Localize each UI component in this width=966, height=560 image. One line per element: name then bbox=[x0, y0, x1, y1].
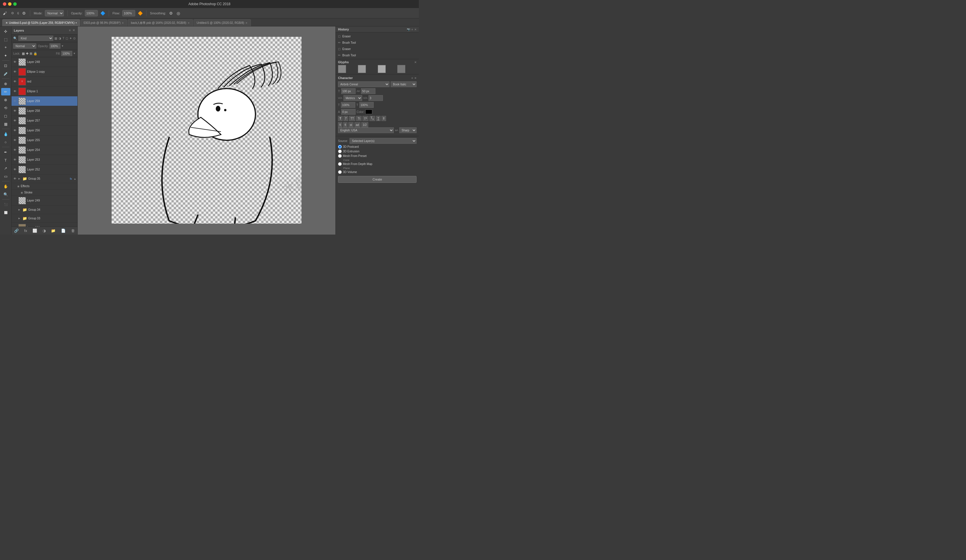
radio-mesh-depth-input[interactable] bbox=[338, 162, 342, 166]
font-family-select[interactable]: Airbnb Cereal bbox=[338, 81, 389, 87]
glyphs-close-icon[interactable]: ✕ bbox=[414, 61, 417, 64]
filter-smart-icon[interactable]: ✦ bbox=[69, 36, 72, 40]
kerning-input[interactable] bbox=[361, 88, 375, 94]
ordinals-btn[interactable]: ad bbox=[355, 122, 360, 127]
gradient-tool[interactable]: ▦ bbox=[1, 120, 10, 128]
filter-toggle[interactable]: ⊙ bbox=[73, 36, 76, 40]
canvas-area[interactable]: 水印 bbox=[78, 26, 335, 234]
history-item-brush1[interactable]: ✏ Brush Tool bbox=[336, 39, 419, 46]
layer-item-253[interactable]: 👁 Layer 253 bbox=[12, 155, 77, 165]
create-button[interactable]: Create bbox=[338, 176, 417, 183]
foreground-color[interactable]: ⬛ bbox=[1, 201, 10, 208]
radio-3d-postcard[interactable]: 3D Postcard bbox=[338, 145, 417, 149]
tab-back[interactable]: back入春季.psb @ 164% (2020.02, RGB/8) ✕ bbox=[128, 19, 193, 26]
font-size-input[interactable] bbox=[341, 88, 356, 94]
layer-vis-ellipse1copy[interactable]: 👁 bbox=[13, 70, 17, 74]
italic-btn[interactable]: T bbox=[343, 116, 348, 121]
pen-tool[interactable]: ✒ bbox=[1, 148, 10, 156]
group-item-33[interactable]: ▶ 📁 Group 33 bbox=[12, 214, 77, 223]
hand-tool[interactable]: ✋ bbox=[1, 183, 10, 190]
baseline-input[interactable] bbox=[341, 109, 356, 115]
layer-vis-group35[interactable]: 👁 bbox=[13, 177, 17, 181]
add-mask-btn[interactable]: ⬜ bbox=[31, 229, 39, 233]
rectangular-select-tool[interactable]: ⬚ bbox=[1, 36, 10, 43]
tracking-select[interactable]: Metrics bbox=[343, 95, 362, 101]
layer-vis-ellipse1[interactable]: 👁 bbox=[13, 89, 17, 94]
crop-tool[interactable]: ⊡ bbox=[1, 62, 10, 69]
lock-pixel-icon[interactable]: ▦ bbox=[22, 52, 25, 56]
radio-mesh-preset-input[interactable] bbox=[338, 154, 342, 158]
delete-layer-btn[interactable]: 🗑 bbox=[69, 229, 77, 233]
char-panel-close[interactable]: ✕ bbox=[414, 77, 417, 80]
radio-3d-volume[interactable]: 3D Volume bbox=[338, 170, 417, 174]
small-caps-btn[interactable]: Tt bbox=[356, 116, 361, 121]
radio-mesh-preset[interactable]: Mesh From Preset bbox=[338, 154, 417, 158]
strikethrough-btn[interactable]: T bbox=[381, 116, 386, 121]
layer-item-238[interactable]: Layer 238 bbox=[12, 223, 77, 226]
all-caps-btn[interactable]: TT bbox=[349, 116, 355, 121]
history-item-eraser2[interactable]: ◻ Eraser bbox=[336, 46, 419, 52]
lock-artboard-icon[interactable]: ⊞ bbox=[30, 52, 32, 56]
filter-pixel-icon[interactable]: ▦ bbox=[54, 36, 57, 40]
brush-tool[interactable]: ✏ bbox=[1, 88, 10, 95]
history-close-icon[interactable]: ✕ bbox=[414, 28, 417, 31]
layer-item-259[interactable]: 👁 Layer 259 bbox=[12, 96, 77, 106]
layers-list[interactable]: 👁 Layer 248 👁 Ellipse 1 copy 👁 T red 👁 bbox=[12, 57, 77, 226]
blend-mode-select[interactable]: Normal bbox=[13, 43, 36, 49]
pressure-icon[interactable]: ◎ bbox=[176, 11, 181, 16]
shape-tool[interactable]: ▭ bbox=[1, 172, 10, 180]
brush-tool-icon[interactable]: 🖌 bbox=[2, 11, 8, 16]
layer-item-stroke[interactable]: ◉ Stroke bbox=[12, 190, 77, 196]
tab-untitled5-100[interactable]: Untitled-5 @ 100% (2020.02, RGB/8) ✕ bbox=[194, 19, 251, 26]
group-arrow-35[interactable]: ▶ bbox=[18, 177, 21, 180]
layer-item-249[interactable]: Layer 249 bbox=[12, 196, 77, 206]
layer-vis-red[interactable]: 👁 bbox=[13, 79, 17, 84]
layer-vis-258[interactable]: 👁 bbox=[13, 109, 17, 113]
flow-input[interactable] bbox=[122, 10, 135, 16]
smoothing-settings-icon[interactable]: ⚙ bbox=[168, 11, 174, 16]
layer-vis-254[interactable]: 👁 bbox=[13, 148, 17, 152]
layer-vis-252[interactable]: 👁 bbox=[13, 167, 17, 172]
fx-btn[interactable]: fx bbox=[23, 229, 29, 233]
oldstyle-btn[interactable]: st bbox=[348, 122, 353, 127]
layer-vis-255[interactable]: 👁 bbox=[13, 138, 17, 142]
scale-h-input[interactable] bbox=[341, 102, 355, 108]
new-group-btn[interactable]: 📁 bbox=[49, 229, 57, 233]
blur-tool[interactable]: 💧 bbox=[1, 130, 10, 138]
history-brush-tool[interactable]: ⟲ bbox=[1, 104, 10, 111]
char-panel-menu[interactable]: ≡ bbox=[411, 77, 413, 80]
brush-picker[interactable]: ⊙ bbox=[10, 11, 15, 16]
group-arrow-34[interactable]: ▶ bbox=[18, 208, 21, 211]
layer-vis-253[interactable]: 👁 bbox=[13, 157, 17, 162]
layer-item-258[interactable]: 👁 Layer 258 bbox=[12, 106, 77, 116]
discretionary-btn[interactable]: fi bbox=[343, 122, 348, 127]
move-tool[interactable]: ✣ bbox=[1, 28, 10, 35]
filter-adj-icon[interactable]: ◑ bbox=[58, 36, 61, 40]
opacity-value-input[interactable] bbox=[49, 43, 61, 49]
opacity-input[interactable] bbox=[85, 10, 98, 16]
lock-all-icon[interactable]: 🔒 bbox=[33, 52, 38, 56]
history-camera-icon[interactable]: 📷 bbox=[407, 28, 410, 31]
group-arrow-33[interactable]: ▶ bbox=[18, 217, 21, 219]
antialias-select[interactable]: Sharp bbox=[399, 127, 417, 133]
layer-item-effects[interactable]: ◉ Effects bbox=[12, 183, 77, 190]
mode-select[interactable]: Normal bbox=[45, 10, 64, 16]
layer-item-256[interactable]: 👁 Layer 256 bbox=[12, 126, 77, 135]
radio-volume-input[interactable] bbox=[338, 170, 342, 174]
layer-item-255[interactable]: 👁 Layer 255 bbox=[12, 135, 77, 145]
layer-item-red[interactable]: 👁 T red bbox=[12, 77, 77, 87]
layer-vis-257[interactable]: 👁 bbox=[13, 118, 17, 123]
layer-item-254[interactable]: 👁 Layer 254 bbox=[12, 145, 77, 155]
glyph-cell-4[interactable] bbox=[397, 65, 405, 73]
eyedropper-tool[interactable]: 💉 bbox=[1, 70, 10, 77]
filter-type-icon[interactable]: T bbox=[62, 36, 64, 40]
filter-kind-select[interactable]: Kind bbox=[18, 36, 53, 41]
path-select-tool[interactable]: ↗ bbox=[1, 164, 10, 172]
fill-value-input[interactable] bbox=[61, 51, 72, 56]
language-select[interactable]: English: USA bbox=[338, 127, 394, 133]
glyph-cell-1[interactable] bbox=[338, 65, 346, 73]
type-tool[interactable]: T bbox=[1, 156, 10, 164]
maximize-button[interactable] bbox=[13, 2, 17, 6]
scale-v-input[interactable] bbox=[359, 102, 374, 108]
tab-0303[interactable]: 0303.psb @ 98.9% (RGB/8*) ✕ bbox=[80, 19, 127, 26]
